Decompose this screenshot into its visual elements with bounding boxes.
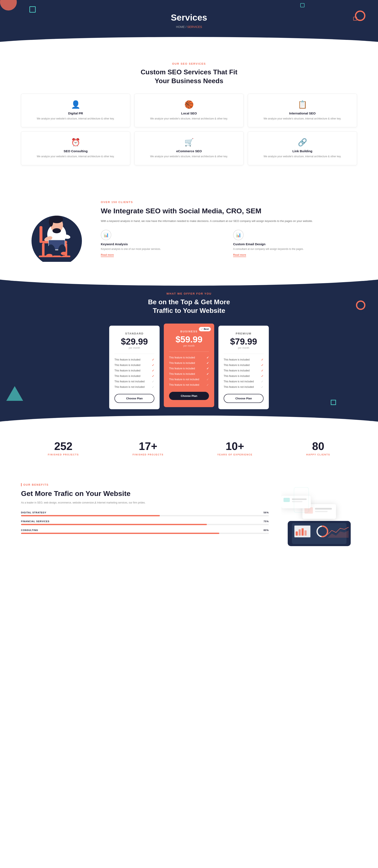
deco-circle-1 <box>355 10 366 21</box>
breadcrumb-current[interactable]: SERVICES <box>187 25 202 29</box>
seo-section-title: Custom SEO Services That Fit Your Busine… <box>21 68 357 85</box>
check-icon: ✓ <box>207 367 209 370</box>
check-icon: ✓ <box>261 364 263 367</box>
feature-line: This feature is included ✓ <box>115 357 154 363</box>
integrate-features: 📊 Keyword Analysis Keyword analysis is o… <box>101 230 357 256</box>
plan-price: $59.99 <box>169 335 209 344</box>
feature-text: This feature is included <box>224 369 250 372</box>
wave-top <box>0 275 378 286</box>
service-name: Digital PR <box>25 112 126 115</box>
service-desc: We analyze your website's structure, int… <box>139 155 239 158</box>
service-name: SEO Consulting <box>25 149 126 153</box>
best-badge: ✓ Best <box>199 327 211 331</box>
svg-rect-33 <box>315 511 327 512</box>
read-more-link[interactable]: Read more <box>101 253 114 257</box>
progress-bar-bg <box>21 533 269 534</box>
feature-desc: A consultant at our company will assign … <box>233 247 357 251</box>
feature-line: This feature is not included ✓ <box>224 379 263 384</box>
feature-line: This feature is included ✓ <box>115 363 154 368</box>
seo-services-section: OUR SEO SERVICES Custom SEO Services Tha… <box>0 45 378 182</box>
feature-text: This feature is not included <box>115 385 145 389</box>
progress-bar-fill <box>21 524 207 525</box>
choose-plan-button[interactable]: Choose Plan <box>224 394 263 403</box>
check-icon: ✓ <box>261 374 263 378</box>
feature-line: This feature is not included ✓ <box>169 377 209 382</box>
pricing-title: Be on the Top & Get More Traffic to Your… <box>21 298 357 315</box>
check-icon: ✓ <box>152 364 154 367</box>
cross-icon: ✓ <box>261 380 263 383</box>
cross-icon: ✓ <box>152 380 154 383</box>
feature-line: This feature is not included ✓ <box>224 384 263 390</box>
stat-item: 17+ FINISHED PROJECTS <box>132 441 164 456</box>
service-card: 👤 Digital PR We analyze your website's s… <box>21 94 130 127</box>
choose-plan-button[interactable]: Choose Plan <box>115 394 154 403</box>
svg-rect-35 <box>284 498 290 502</box>
svg-point-14 <box>53 228 61 233</box>
svg-rect-2 <box>42 243 44 256</box>
svg-rect-26 <box>305 530 307 536</box>
benefits-section: OUR BENEFITS Get More Trafic on Your Web… <box>0 470 378 568</box>
service-desc: We analyze your website's structure, int… <box>25 117 126 121</box>
read-more-link[interactable]: Read more <box>233 253 246 257</box>
feature-text: This feature is included <box>169 362 195 365</box>
integrate-image <box>21 195 88 263</box>
check-icon: ✓ <box>207 361 209 365</box>
seo-section-tag: OUR SEO SERVICES <box>21 62 357 65</box>
progress-name: FINANCIAL SERVICES <box>21 520 50 523</box>
service-card: 🛒 eCommerce SEO We analyze your website'… <box>134 131 244 165</box>
stat-label: FINISHED PROJECTS <box>132 453 164 456</box>
progress-item: DIGITAL STRATEGY 56% <box>21 511 269 516</box>
progress-name: CONSULTING <box>21 529 38 531</box>
service-desc: We analyze your website's structure, int… <box>252 117 353 121</box>
service-desc: We analyze your website's structure, int… <box>25 155 126 158</box>
feature-icon: 📊 <box>101 230 111 240</box>
progress-percent: 56% <box>263 511 269 514</box>
breadcrumb: HOME / SERVICES <box>4 25 374 29</box>
progress-bar-fill <box>21 515 160 516</box>
feature-icon: 📊 <box>233 230 244 240</box>
check-icon: ✓ <box>261 358 263 361</box>
feature-line: This feature is included ✓ <box>224 368 263 373</box>
wave-bottom <box>0 37 378 45</box>
service-card: 📋 International SEO We analyze your webs… <box>248 94 357 127</box>
feature-line: This feature is included ✓ <box>224 357 263 363</box>
breadcrumb-home[interactable]: HOME <box>176 25 185 29</box>
feature-title: Keyword Analysis <box>101 242 225 246</box>
integrate-section: OVER 150 CLIENTS We Integrate SEO with S… <box>0 182 378 275</box>
benefits-tag: OUR BENEFITS <box>21 483 269 486</box>
feature-text: This feature is not included <box>169 378 199 381</box>
wave-bot2 <box>0 415 378 426</box>
benefits-title: Get More Trafic on Your Website <box>21 489 269 498</box>
integrate-desc: With a keyword analysis in hand, we now … <box>101 219 357 223</box>
plan-period: per month <box>169 344 209 347</box>
svg-rect-23 <box>296 531 298 536</box>
pricing-card: PREMIUM $79.99 per month This feature is… <box>218 326 269 409</box>
service-icon: 🛒 <box>139 138 239 147</box>
svg-rect-25 <box>302 528 304 536</box>
stat-number: 252 <box>48 441 79 452</box>
feature-line: This feature is included ✓ <box>224 363 263 368</box>
feature-line: This feature is included ✓ <box>115 368 154 373</box>
service-icon: 🏀 <box>139 100 239 109</box>
deco-triangle <box>6 386 23 401</box>
plan-divider <box>169 351 209 352</box>
deco-square-1 <box>29 6 36 12</box>
service-icon: ⏰ <box>25 138 126 147</box>
plan-name: PREMIUM <box>224 332 263 335</box>
svg-rect-5 <box>39 226 42 243</box>
feature-text: This feature is included <box>115 375 140 377</box>
services-grid: 👤 Digital PR We analyze your website's s… <box>21 94 357 127</box>
stats-section: 252 FINISHED PROJECTS 17+ FINISHED PROJE… <box>0 426 378 470</box>
progress-bars: DIGITAL STRATEGY 56% FINANCIAL SERVICES … <box>21 511 269 534</box>
svg-rect-24 <box>298 529 301 536</box>
service-name: Link Building <box>252 149 353 153</box>
hero-header: Services HOME / SERVICES <box>0 0 378 45</box>
check-icon: ✓ <box>152 374 154 378</box>
svg-point-17 <box>46 254 53 257</box>
deco-square-2 <box>300 3 305 7</box>
feature-line: This feature is included ✓ <box>169 366 209 371</box>
checkmark-icon: ✓ <box>201 328 203 331</box>
progress-label: FINANCIAL SERVICES 75% <box>21 520 269 523</box>
choose-plan-button[interactable]: Choose Plan <box>169 392 209 400</box>
progress-name: DIGITAL STRATEGY <box>21 511 46 514</box>
